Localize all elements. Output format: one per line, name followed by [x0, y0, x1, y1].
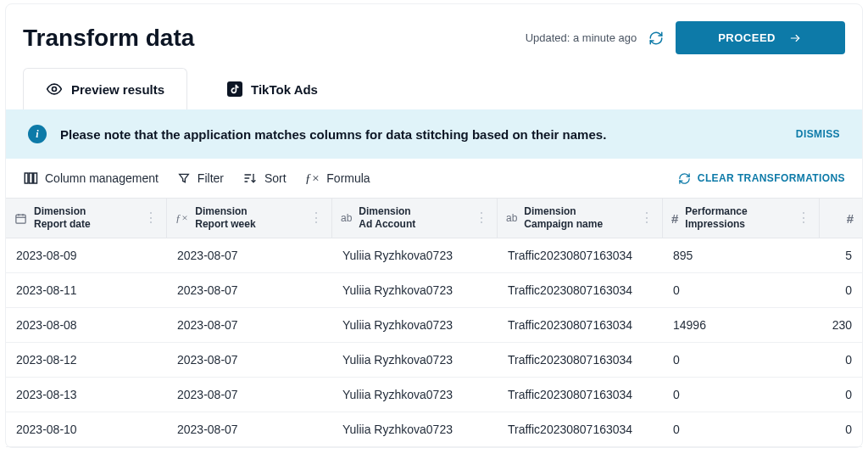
text-icon: ab [341, 212, 352, 224]
cell-ad-account: Yuliia Ryzhkova0723 [332, 343, 498, 377]
cell-report-week: 2023-08-07 [167, 308, 332, 342]
cell-report-date: 2023-08-08 [6, 308, 167, 342]
dismiss-button[interactable]: DISMISS [796, 128, 840, 140]
info-icon: i [28, 125, 47, 143]
arrow-right-icon [787, 32, 803, 44]
col-header-ad-account[interactable]: ab Dimension Ad Account ⋮ [332, 199, 498, 238]
filter-icon [177, 171, 191, 185]
cell-ad-account: Yuliia Ryzhkova0723 [332, 378, 498, 412]
formula-icon: ƒ× [305, 171, 320, 186]
svg-rect-5 [16, 215, 25, 223]
banner-text: Please note that the application matches… [60, 127, 606, 142]
col-header-report-date[interactable]: Dimension Report date ⋮ [6, 199, 167, 238]
clear-label: CLEAR TRANSFORMATIONS [698, 172, 845, 184]
tiktok-icon [227, 81, 242, 97]
cell-campaign-name: Traffic20230807163034 [498, 412, 663, 446]
tab-label: TikTok Ads [251, 82, 318, 97]
column-management-button[interactable]: Column management [23, 171, 159, 186]
proceed-button[interactable]: PROCEED [676, 21, 845, 54]
toolbar: Column management Filter Sort ƒ× Formula [6, 159, 862, 198]
cell-ad-account: Yuliia Ryzhkova0723 [332, 412, 498, 446]
col-header-extra[interactable]: # [820, 199, 862, 238]
refresh-icon [678, 172, 691, 185]
cell-impressions: 0 [663, 412, 820, 446]
cell-extra: 0 [820, 343, 862, 377]
table-header: Dimension Report date ⋮ ƒ× Dimension Rep… [6, 198, 862, 238]
cell-report-week: 2023-08-07 [167, 273, 332, 307]
sort-button[interactable]: Sort [242, 171, 287, 185]
svg-rect-2 [25, 173, 28, 183]
toolbar-left: Column management Filter Sort ƒ× Formula [23, 171, 370, 186]
cell-extra: 0 [820, 378, 862, 412]
cell-campaign-name: Traffic20230807163034 [498, 273, 663, 307]
tool-label: Sort [264, 171, 287, 185]
sort-icon [242, 171, 258, 185]
tool-label: Formula [326, 171, 370, 185]
filter-button[interactable]: Filter [177, 171, 224, 185]
info-banner: i Please note that the application match… [6, 109, 862, 159]
cell-impressions: 14996 [663, 308, 820, 342]
cell-report-week: 2023-08-07 [167, 343, 332, 377]
svg-rect-1 [227, 81, 242, 97]
cell-report-date: 2023-08-09 [6, 238, 167, 272]
tab-label: Preview results [71, 82, 164, 97]
grip-icon[interactable]: ⋮ [309, 211, 323, 225]
text-icon: ab [506, 212, 517, 224]
formula-button[interactable]: ƒ× Formula [305, 171, 370, 186]
svg-rect-4 [34, 173, 37, 183]
cell-report-week: 2023-08-07 [167, 378, 332, 412]
tab-preview-results[interactable]: Preview results [23, 68, 187, 109]
banner-left: i Please note that the application match… [28, 125, 606, 143]
cell-report-date: 2023-08-11 [6, 273, 167, 307]
cell-campaign-name: Traffic20230807163034 [498, 238, 663, 272]
calendar-icon [14, 212, 27, 225]
table-row[interactable]: 2023-08-092023-08-07Yuliia Ryzhkova0723T… [6, 238, 862, 273]
cell-campaign-name: Traffic20230807163034 [498, 378, 663, 412]
cell-report-date: 2023-08-12 [6, 343, 167, 377]
tabs: Preview results TikTok Ads [6, 68, 862, 109]
table-row[interactable]: 2023-08-122023-08-07Yuliia Ryzhkova0723T… [6, 343, 862, 378]
tool-label: Column management [45, 171, 159, 185]
cell-report-week: 2023-08-07 [167, 238, 332, 272]
updated-label: Updated: a minute ago [526, 31, 637, 44]
cell-impressions: 0 [663, 273, 820, 307]
cell-extra: 0 [820, 412, 862, 446]
hash-icon: # [671, 211, 678, 226]
clear-transformations-button[interactable]: CLEAR TRANSFORMATIONS [678, 172, 845, 185]
refresh-icon[interactable] [648, 31, 664, 46]
col-header-report-week[interactable]: ƒ× Dimension Report week ⋮ [167, 199, 332, 238]
cell-extra: 5 [820, 238, 862, 272]
grip-icon[interactable]: ⋮ [475, 211, 488, 225]
col-header-campaign-name[interactable]: ab Dimension Campaign name ⋮ [498, 199, 663, 238]
app-container: Transform data Updated: a minute ago PRO… [5, 3, 863, 448]
cell-report-week: 2023-08-07 [167, 412, 332, 446]
cell-impressions: 0 [663, 378, 820, 412]
table-body: 2023-08-092023-08-07Yuliia Ryzhkova0723T… [6, 238, 862, 447]
data-table: Dimension Report date ⋮ ƒ× Dimension Rep… [6, 198, 862, 447]
grip-icon[interactable]: ⋮ [640, 211, 654, 225]
grip-icon[interactable]: ⋮ [797, 211, 810, 225]
tab-tiktok-ads[interactable]: TikTok Ads [204, 68, 341, 109]
cell-report-date: 2023-08-10 [6, 412, 167, 446]
fx-icon: ƒ× [175, 211, 188, 225]
cell-impressions: 0 [663, 343, 820, 377]
table-row[interactable]: 2023-08-082023-08-07Yuliia Ryzhkova0723T… [6, 308, 862, 343]
cell-report-date: 2023-08-13 [6, 378, 167, 412]
svg-rect-3 [30, 173, 33, 183]
cell-ad-account: Yuliia Ryzhkova0723 [332, 308, 498, 342]
header: Transform data Updated: a minute ago PRO… [6, 4, 862, 61]
table-row[interactable]: 2023-08-112023-08-07Yuliia Ryzhkova0723T… [6, 273, 862, 308]
hash-icon: # [847, 211, 854, 226]
grip-icon[interactable]: ⋮ [144, 211, 158, 225]
cell-campaign-name: Traffic20230807163034 [498, 308, 663, 342]
columns-icon [23, 171, 38, 186]
col-header-impressions[interactable]: # Performance Impressions ⋮ [663, 199, 820, 238]
cell-campaign-name: Traffic20230807163034 [498, 343, 663, 377]
proceed-label: PROCEED [718, 31, 776, 44]
cell-extra: 0 [820, 273, 862, 307]
table-row[interactable]: 2023-08-132023-08-07Yuliia Ryzhkova0723T… [6, 378, 862, 412]
cell-impressions: 895 [663, 238, 820, 272]
tool-label: Filter [198, 171, 224, 185]
table-row[interactable]: 2023-08-102023-08-07Yuliia Ryzhkova0723T… [6, 412, 862, 447]
page-title: Transform data [23, 25, 194, 52]
